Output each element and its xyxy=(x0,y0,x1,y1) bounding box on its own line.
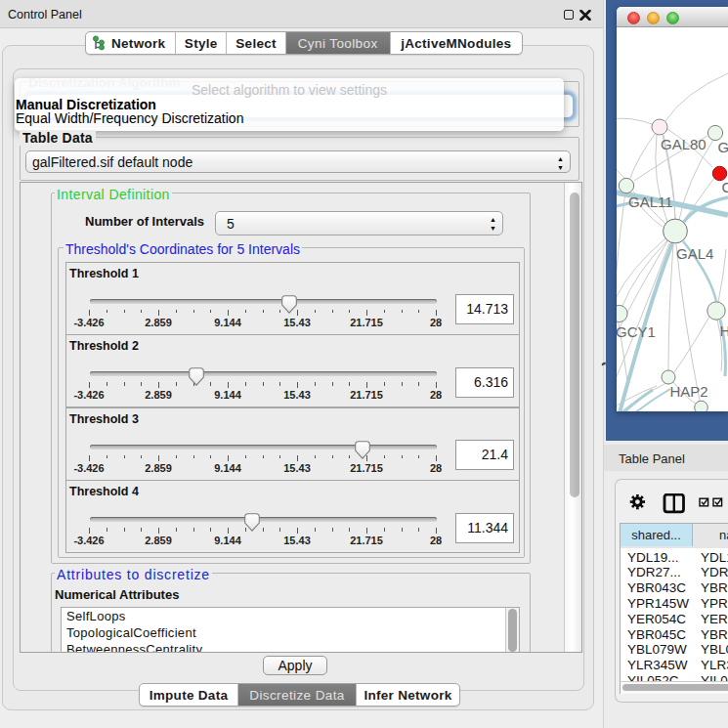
svg-text:C: C xyxy=(722,179,728,195)
svg-text:GAL: GAL xyxy=(718,139,728,155)
svg-text:HAP2: HAP2 xyxy=(670,383,708,400)
svg-text:GAL4: GAL4 xyxy=(676,245,713,262)
svg-text:GAL80: GAL80 xyxy=(661,136,707,152)
svg-text:GCY1: GCY1 xyxy=(617,323,656,340)
svg-text:H: H xyxy=(720,322,728,339)
svg-text:GAL11: GAL11 xyxy=(628,193,673,210)
